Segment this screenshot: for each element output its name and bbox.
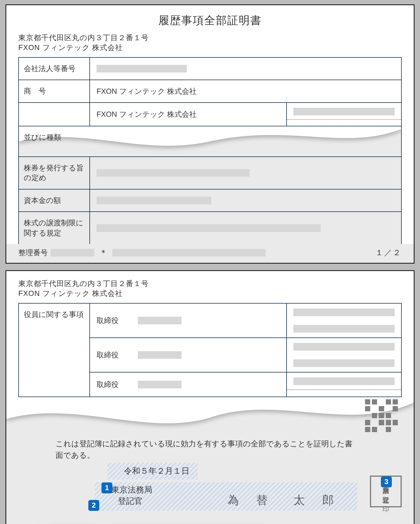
torn-divider: 並びに種類 (19, 126, 401, 156)
footer-asterisk: ＊ (99, 247, 107, 258)
page2-footer: 整理番号 ＊ ２／２ (6, 519, 414, 524)
certification-area: これは登記簿に記録されている現に効力を有する事項の全部であることを証明した書面で… (6, 438, 414, 519)
annotation-badge-3: 3 (381, 476, 392, 487)
redacted-bar (293, 325, 395, 333)
redacted-bar (97, 65, 187, 72)
page-number: １／２ (375, 248, 402, 258)
document-title: 履歴事項全部証明書 (6, 5, 414, 33)
registration-table-bottom: 株券を発行する旨の定め 資本金の額 株式の譲渡制限に関する規定 (19, 156, 401, 244)
row-trade-name: 商 号 FXON フィンテック 株式会社 (19, 80, 401, 102)
label-officers: 役員に関する事項 (19, 304, 90, 397)
redacted-bar (97, 169, 250, 177)
redacted-bar (51, 249, 94, 257)
row-capital: 資本金の額 (19, 189, 401, 211)
company-address: 東京都千代田区丸の内３丁目２番１号 (18, 33, 402, 43)
trade-name-2-text: FXON フィンテック 株式会社 (90, 103, 286, 126)
redacted-bar (138, 351, 182, 359)
company-name-2: FXON フィンテック 株式会社 (18, 289, 402, 298)
director-label: 取締役 (97, 380, 119, 389)
registrar-name: 為 替 太 郎 (228, 493, 341, 508)
annotation-badge-2: 2 (88, 500, 99, 511)
label-empty (19, 103, 90, 126)
redacted-bar (293, 308, 395, 316)
footer-asterisk-2: ＊ (99, 522, 107, 524)
certificate-page-1: 履歴事項全部証明書 東京都千代田区丸の内３丁目２番１号 FXON フィンテック … (5, 4, 415, 264)
seiri-label-2: 整理番号 (18, 523, 48, 524)
value-capital (90, 190, 401, 211)
redacted-bar (293, 377, 395, 385)
page-number-2: ２／２ (375, 522, 402, 524)
officer-2: 取締役 (90, 338, 286, 372)
label-corp-number: 会社法人等番号 (19, 58, 90, 80)
registration-table-top: 会社法人等番号 商 号 FXON フィンテック 株式会社 FXON フィンテック… (18, 57, 402, 126)
header-address-block: 東京都千代田区丸の内３丁目２番１号 FXON フィンテック 株式会社 (6, 33, 414, 56)
label-narabi: 並びに種類 (24, 132, 61, 142)
redacted-bar (293, 359, 395, 367)
redacted-bar (293, 343, 395, 351)
redacted-bar (138, 317, 182, 324)
label-trade-name: 商 号 (19, 80, 90, 102)
director-label: 取締役 (97, 316, 119, 325)
value-trade-name-2: FXON フィンテック 株式会社 (90, 103, 401, 126)
officer-row-1: 取締役 (90, 304, 401, 337)
redacted-bar (138, 381, 182, 388)
value-trade-name: FXON フィンテック 株式会社 (90, 80, 401, 102)
officer-3-right (286, 372, 401, 397)
certification-statement: これは登記簿に記録されている現に効力を有する事項の全部であることを証明した書面で… (6, 438, 414, 461)
value-transfer-restrict (90, 212, 401, 244)
officers-table: 役員に関する事項 取締役 取締役 (18, 303, 402, 397)
officer-3: 取締役 (90, 372, 286, 397)
torn-divider-2 (6, 397, 414, 438)
company-address-2: 東京都千代田区丸の内３丁目２番１号 (18, 279, 402, 289)
label-stock-issue: 株券を発行する旨の定め (19, 157, 90, 189)
issue-date: 令和５年２月１日 (107, 463, 198, 479)
value-corp-number (90, 58, 401, 80)
officers-rows: 取締役 取締役 (90, 304, 401, 397)
redacted-bar (112, 249, 266, 257)
officer-1: 取締役 (90, 304, 286, 337)
redacted-bar (97, 224, 321, 232)
officer-row-2: 取締役 (90, 337, 401, 372)
annotation-badge-1: 1 (101, 482, 112, 493)
redacted-bar (97, 197, 211, 204)
row-stock-issue: 株券を発行する旨の定め (19, 157, 401, 189)
row-officers: 役員に関する事項 取締役 取締役 (19, 304, 401, 397)
bureau-block: 東京法務局 登記官 為 替 太 郎 (95, 482, 357, 511)
qr-code-icon (365, 399, 398, 432)
label-transfer-restrict: 株式の譲渡制限に関する規定 (19, 212, 90, 244)
row-trade-name-2: FXON フィンテック 株式会社 (19, 102, 401, 126)
row-corp-number: 会社法人等番号 (19, 58, 401, 80)
certificate-page-2: 東京都千代田区丸の内３丁目２番１号 FXON フィンテック 株式会社 役員に関す… (5, 270, 415, 524)
row-transfer-restrict: 株式の譲渡制限に関する規定 (19, 211, 401, 244)
officer-1-right (286, 304, 401, 337)
trade-name-2-right (286, 103, 401, 126)
redacted-bar (293, 108, 395, 115)
seiri-label: 整理番号 (18, 248, 48, 258)
officer-row-3: 取締役 (90, 372, 401, 397)
company-name: FXON フィンテック 株式会社 (18, 43, 402, 53)
value-stock-issue (90, 157, 401, 189)
director-label: 取締役 (97, 350, 119, 360)
header-address-block-2: 東京都千代田区丸の内３丁目２番１号 FXON フィンテック 株式会社 (6, 271, 414, 301)
page1-footer: 整理番号 ＊ １／２ (6, 244, 414, 263)
label-capital: 資本金の額 (19, 190, 90, 211)
officer-2-right (286, 338, 401, 372)
